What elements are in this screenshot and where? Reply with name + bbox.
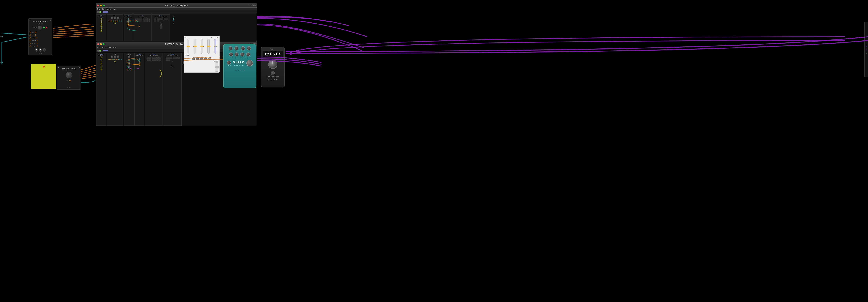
b-param-btn-6[interactable] (159, 57, 161, 59)
tone-knob[interactable] (235, 52, 239, 56)
vco-port-1[interactable] (108, 20, 110, 22)
map-btn-1[interactable] (154, 18, 156, 20)
hmidi-port-3[interactable] (101, 22, 102, 24)
port-out-1[interactable] (35, 32, 36, 33)
b-param-btn-4[interactable] (154, 57, 156, 59)
falktx-in-r[interactable] (271, 79, 272, 81)
port-cv-4[interactable] (30, 40, 31, 41)
tune-knob[interactable] (38, 26, 42, 30)
fader-thumb-m[interactable] (214, 46, 217, 47)
fader-track-4[interactable] (208, 39, 210, 54)
vco-b-port-1[interactable] (108, 59, 110, 60)
param-btn-4[interactable] (143, 18, 145, 20)
hmidi-b-port-7[interactable] (101, 69, 102, 70)
b-param-btn-12[interactable] (159, 59, 161, 61)
param-btn-2[interactable] (138, 18, 140, 20)
haudio-b-out-2[interactable] (139, 64, 141, 66)
param-btn-9[interactable] (140, 20, 143, 22)
interval-knob[interactable] (240, 52, 244, 56)
menu-help-top[interactable]: Help (113, 8, 116, 10)
master-fader-track[interactable] (215, 62, 218, 72)
vco-port-2[interactable] (111, 20, 112, 22)
param-btn-5[interactable] (145, 18, 147, 20)
param-btn-1[interactable] (135, 18, 137, 20)
haudio-in-2[interactable] (128, 20, 129, 22)
falktx-small-knob-1[interactable] (271, 71, 275, 75)
falktx-out-r[interactable] (276, 79, 278, 81)
toolbar-slider-bottom[interactable] (103, 50, 108, 52)
vco-b-port-7[interactable] (121, 59, 122, 60)
map-btn-6[interactable] (166, 18, 168, 20)
b-param-btn-10[interactable] (154, 59, 156, 61)
b-map-btn-4[interactable] (173, 57, 175, 59)
port-out-3[interactable] (36, 37, 37, 38)
vco-freq-knob[interactable] (111, 17, 113, 20)
map-btn-5[interactable] (164, 18, 166, 20)
hmidi-b-port-4[interactable] (101, 63, 102, 64)
map-btn-3[interactable] (159, 18, 161, 20)
right-port-2[interactable] (866, 49, 867, 50)
param-btn-11[interactable] (145, 20, 147, 22)
adsr-s-knob[interactable] (128, 62, 130, 65)
close-btn-top[interactable] (97, 5, 99, 6)
port-cv-6[interactable] (30, 46, 31, 47)
vco-b-freq-knob[interactable] (111, 56, 113, 58)
shiro-in-r[interactable] (238, 70, 239, 71)
ctrl-port-1[interactable] (67, 80, 68, 81)
hmidi-port-5[interactable] (101, 26, 102, 28)
vco-b-port-3[interactable] (113, 59, 114, 60)
left-port-teal-1[interactable] (0, 36, 3, 37)
knob-3[interactable] (42, 48, 46, 52)
adsr-port-2[interactable] (129, 69, 130, 70)
haudio-out-2[interactable] (128, 24, 129, 26)
hmidi-port-2[interactable] (101, 20, 102, 22)
min-btn-top[interactable] (100, 5, 102, 6)
port-out-5[interactable] (37, 42, 38, 44)
falktx-in-l[interactable] (268, 79, 269, 81)
b-map-btn-1[interactable] (165, 57, 168, 59)
out-port-2[interactable] (173, 20, 174, 21)
b-map-btn-2[interactable] (168, 57, 170, 59)
adsr-d-knob[interactable] (128, 59, 130, 61)
haudio-b-in-2[interactable] (139, 60, 141, 62)
decay-knob[interactable] (228, 46, 232, 50)
map-btn-2[interactable] (156, 18, 159, 20)
vco-b-port-6[interactable] (119, 59, 120, 60)
hmidi-port-1[interactable] (101, 19, 102, 20)
left-port-teal-2[interactable] (0, 62, 3, 63)
b-map-btn-8[interactable] (168, 59, 170, 61)
predelay-knob[interactable] (235, 46, 239, 50)
port-cv-2[interactable] (30, 34, 31, 36)
b-param-btn-3[interactable] (152, 57, 154, 59)
fader-thumb-1[interactable] (187, 46, 190, 47)
pan-knob-3[interactable] (200, 57, 203, 60)
haudio-out-1[interactable] (128, 22, 129, 24)
menu-help-bottom[interactable]: Help (113, 47, 116, 49)
menu-view-top[interactable]: View (107, 8, 111, 10)
b-param-btn-7[interactable] (147, 59, 149, 61)
right-port-1[interactable] (866, 45, 867, 47)
hmidi-port-7[interactable] (101, 30, 102, 32)
min-btn-bottom[interactable] (100, 43, 102, 45)
knob-1[interactable] (35, 48, 38, 52)
haudio-b-out-1[interactable] (139, 62, 141, 64)
map-btn-8[interactable] (156, 20, 159, 22)
param-btn-3[interactable] (140, 18, 143, 20)
right-port-3[interactable] (866, 53, 867, 54)
b-param-btn-5[interactable] (156, 57, 158, 59)
port-out-2[interactable] (35, 34, 36, 36)
falktx-gain-knob[interactable] (268, 60, 277, 69)
fader-thumb-4[interactable] (207, 46, 210, 47)
adsr-port-1[interactable] (127, 69, 128, 70)
shiro-out-l[interactable] (241, 70, 242, 71)
pan-knob-4[interactable] (204, 57, 207, 60)
lowcut-knob[interactable] (229, 52, 233, 56)
pan-knob-m[interactable] (208, 57, 211, 60)
hmidi-b-port-5[interactable] (101, 65, 102, 66)
shiro-out-r[interactable] (243, 70, 245, 71)
vco-b-port-2[interactable] (111, 59, 112, 60)
b-param-btn-2[interactable] (149, 57, 151, 59)
vco-b-port-8[interactable] (115, 61, 116, 62)
param-btn-7[interactable] (135, 20, 137, 22)
port-cv-1[interactable] (30, 32, 31, 33)
